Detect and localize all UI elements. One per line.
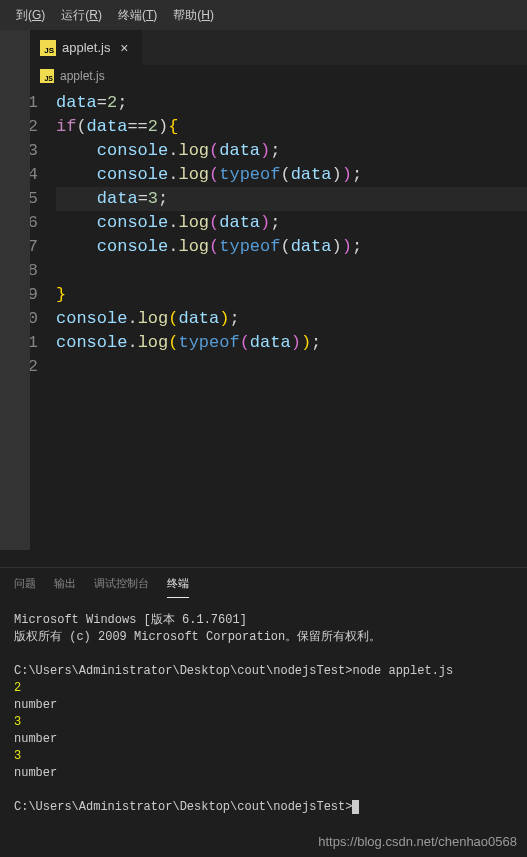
panel-tab[interactable]: 问题 <box>14 576 36 598</box>
terminal-line: number <box>14 697 513 714</box>
terminal-line: Microsoft Windows [版本 6.1.7601] <box>14 612 513 629</box>
terminal-line: 版权所有 (c) 2009 Microsoft Corporation。保留所有… <box>14 629 513 646</box>
js-file-icon: JS <box>40 69 54 83</box>
terminal-line: C:\Users\Administrator\Desktop\cout\node… <box>14 799 513 816</box>
terminal-line <box>14 782 513 799</box>
editor-tab[interactable]: JS applet.js × <box>30 30 143 65</box>
panel-tabs: 问题输出调试控制台终端 <box>0 568 527 598</box>
editor-tabs: JS applet.js × <box>0 30 527 65</box>
breadcrumb-filename: applet.js <box>60 69 105 83</box>
terminal[interactable]: Microsoft Windows [版本 6.1.7601]版权所有 (c) … <box>0 598 527 826</box>
panel-tab[interactable]: 调试控制台 <box>94 576 149 598</box>
panel-tab[interactable]: 输出 <box>54 576 76 598</box>
terminal-line: 3 <box>14 714 513 731</box>
js-file-icon: JS <box>40 40 56 56</box>
terminal-line: number <box>14 731 513 748</box>
terminal-line: C:\Users\Administrator\Desktop\cout\node… <box>14 663 513 680</box>
bottom-panel: 问题输出调试控制台终端 Microsoft Windows [版本 6.1.76… <box>0 567 527 826</box>
close-icon[interactable]: × <box>116 40 132 56</box>
code-editor[interactable]: 123456789101112 data=2;if(data==2){ cons… <box>0 87 527 567</box>
terminal-line: number <box>14 765 513 782</box>
menu-item[interactable]: 帮助(H) <box>165 1 222 30</box>
terminal-line <box>14 646 513 663</box>
menu-item[interactable]: 运行(R) <box>53 1 110 30</box>
code-content[interactable]: data=2;if(data==2){ console.log(data); c… <box>56 87 527 567</box>
menubar: 到(G)运行(R)终端(T)帮助(H) <box>0 0 527 30</box>
terminal-cursor <box>352 800 359 814</box>
watermark: https://blog.csdn.net/chenhao0568 <box>318 834 517 849</box>
terminal-line: 3 <box>14 748 513 765</box>
terminal-line: 2 <box>14 680 513 697</box>
activity-bar <box>0 30 30 550</box>
menu-item[interactable]: 到(G) <box>8 1 53 30</box>
breadcrumb[interactable]: JS applet.js <box>0 65 527 87</box>
menu-item[interactable]: 终端(T) <box>110 1 165 30</box>
panel-tab[interactable]: 终端 <box>167 576 189 598</box>
tab-filename: applet.js <box>62 40 110 55</box>
